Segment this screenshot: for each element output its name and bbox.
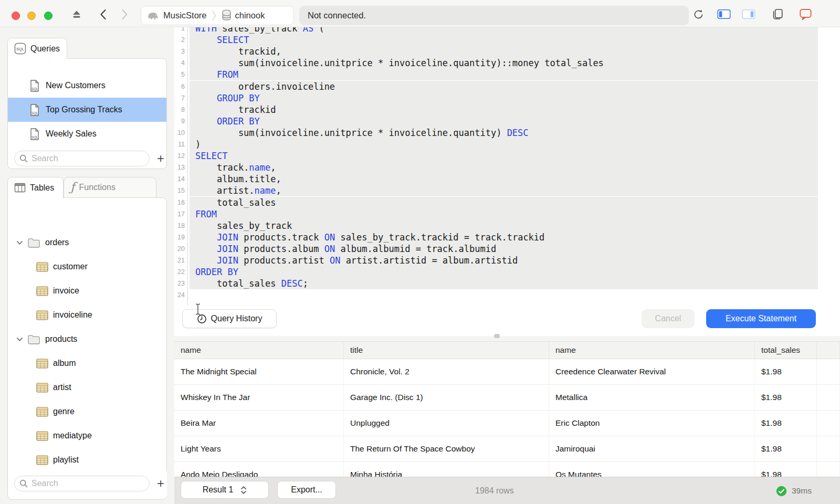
code-line-8[interactable]: trackid [190, 104, 818, 116]
tree-table-mediatype[interactable]: mediatype [8, 424, 166, 448]
table-icon [36, 359, 48, 369]
feedback-chat-icon[interactable] [799, 7, 812, 21]
query-item-top-grossing-tracks[interactable]: SQLTop Grossing Tracks [8, 98, 166, 122]
table-icon [36, 262, 48, 272]
table-cell [817, 436, 840, 461]
code-line-23[interactable]: total_sales DESC; [190, 278, 818, 289]
breadcrumb-database[interactable]: chinook [235, 10, 265, 20]
table-row[interactable]: The Midnight SpecialChronicle, Vol. 2Cre… [174, 359, 840, 385]
code-line-2[interactable]: SELECT [190, 34, 818, 46]
table-row[interactable]: Ando Meio DesligadoMinha HistóriaOs Muta… [174, 462, 840, 477]
column-header-spacer[interactable] [817, 342, 840, 359]
column-header-title[interactable]: title [344, 342, 549, 359]
zoom-window-button[interactable] [44, 12, 52, 20]
code-line-20[interactable]: JOIN products.album ON album.albumid = t… [190, 243, 818, 255]
tree-table-album[interactable]: album [8, 351, 166, 375]
tree-table-label: genre [53, 407, 75, 416]
ibeam-cursor [195, 303, 201, 315]
table-cell [817, 411, 840, 436]
column-header-name[interactable]: name [549, 342, 755, 359]
execute-statement-button[interactable]: Execute Statement [706, 309, 816, 328]
code-line-21[interactable]: JOIN products.artist ON artist.artistid … [190, 255, 818, 266]
table-cell: The Return Of The Space Cowboy [344, 436, 549, 461]
code-line-19[interactable]: JOIN products.track ON sales_by_track.tr… [190, 232, 818, 243]
column-header-total_sales[interactable]: total_sales [755, 342, 817, 359]
code-line-13[interactable]: track.name, [190, 162, 818, 173]
svg-text:SQL: SQL [32, 135, 38, 139]
tree-table-customer[interactable]: customer [8, 255, 166, 279]
sql-text [195, 69, 217, 80]
queries-search-input[interactable]: Search [14, 151, 150, 166]
table-icon [36, 407, 48, 417]
line-number: 9 [174, 116, 185, 127]
sql-keyword: GROUP BY [217, 93, 260, 103]
table-row[interactable]: Whiskey In The JarGarage Inc. (Disc 1)Me… [174, 385, 840, 411]
execute-statement-label: Execute Statement [726, 314, 796, 323]
refresh-icon[interactable] [691, 7, 705, 21]
code-line-18[interactable]: sales_by_track [190, 220, 818, 232]
query-item-new-customers[interactable]: SQLNew Customers [8, 74, 166, 98]
query-item-weekly-sales[interactable]: SQLWeekly Sales [8, 122, 166, 146]
code-line-12[interactable]: SELECT [190, 150, 818, 162]
code-line-9[interactable]: ORDER BY [190, 116, 818, 127]
code-line-3[interactable]: trackid, [190, 46, 818, 57]
code-line-17[interactable]: FROM [190, 208, 818, 220]
code-line-4[interactable]: sum(invoiceline.unitprice * invoiceline.… [190, 57, 818, 69]
toggle-left-sidebar-icon[interactable] [717, 7, 731, 21]
tree-table-invoiceline[interactable]: invoiceline [8, 303, 166, 327]
table-cell: $1.98 [755, 385, 817, 410]
table-row[interactable]: Light YearsThe Return Of The Space Cowbo… [174, 436, 840, 462]
code-line-14[interactable]: album.title, [190, 173, 818, 185]
add-table-button[interactable]: + [154, 476, 167, 491]
close-window-button[interactable] [12, 12, 20, 20]
code-line-24[interactable] [190, 289, 818, 301]
code-line-10[interactable]: sum(invoiceline.unitprice * invoiceline.… [190, 127, 818, 139]
code-line-11[interactable]: ) [190, 139, 818, 150]
tables-search-input[interactable]: Search [14, 476, 150, 491]
breadcrumb-connection[interactable]: MusicStore [163, 10, 207, 20]
chevron-down-icon[interactable] [16, 337, 23, 342]
tree-folder-orders[interactable]: orders [8, 230, 166, 255]
export-button[interactable]: Export... [277, 481, 336, 499]
code-line-5[interactable]: FROM [190, 69, 818, 80]
tree-table-genre[interactable]: genre [8, 400, 166, 424]
tree-table-artist[interactable]: artist [8, 375, 166, 400]
eject-icon[interactable] [70, 7, 83, 21]
column-header-name[interactable]: name [174, 342, 344, 359]
connection-status-text: Not connected. [308, 10, 366, 20]
results-table[interactable]: nametitlenametotal_sales The Midnight Sp… [174, 341, 840, 477]
tree-table-label: invoiceline [53, 310, 92, 320]
sql-text: products.album [238, 244, 324, 254]
sql-text: album.albumid = track.albumid [335, 244, 496, 254]
queries-panel: SQLNew CustomersSQLTop Grossing TracksSQ… [7, 58, 167, 169]
code-line-7[interactable]: GROUP BY [190, 92, 818, 104]
tab-queries[interactable]: SQL Queries [7, 38, 67, 59]
code-line-15[interactable]: artist.name, [190, 185, 818, 196]
back-button[interactable] [96, 7, 110, 21]
result-selector[interactable]: Result 1 [181, 481, 269, 499]
add-query-button[interactable]: + [154, 151, 167, 166]
breadcrumb: MusicStore chinook [141, 6, 294, 25]
chevron-down-icon[interactable] [16, 240, 23, 245]
toggle-right-sidebar-icon[interactable] [742, 7, 755, 21]
tab-tables[interactable]: Tables [7, 177, 64, 198]
code-line-6[interactable]: orders.invoiceline [190, 81, 818, 92]
code-line-1[interactable]: WITH sales_by_track AS ( [190, 27, 818, 34]
tree-table-invoice[interactable]: invoice [8, 279, 166, 303]
code-line-22[interactable]: ORDER BY [190, 266, 818, 278]
forward-button[interactable] [118, 7, 131, 21]
table-row[interactable]: Beira MarUnpluggedEric Clapton$1.98 [174, 411, 840, 436]
table-cell [817, 462, 840, 477]
cancel-button[interactable]: Cancel [642, 309, 695, 328]
code-line-16[interactable]: total_sales [190, 197, 818, 208]
sql-editor[interactable]: 123456789101112131415161718192021222324 … [174, 27, 840, 306]
windows-icon[interactable] [771, 7, 784, 21]
tab-functions[interactable]: ƒ Functions [64, 177, 156, 198]
line-number: 17 [174, 208, 185, 220]
tree-table-playlist[interactable]: playlist [8, 448, 166, 472]
minimize-window-button[interactable] [27, 12, 36, 20]
tree-folder-products[interactable]: products [8, 327, 166, 351]
sql-text: , [270, 162, 276, 173]
pane-resize-handle[interactable] [494, 334, 500, 338]
sql-keyword: SELECT [195, 151, 227, 161]
